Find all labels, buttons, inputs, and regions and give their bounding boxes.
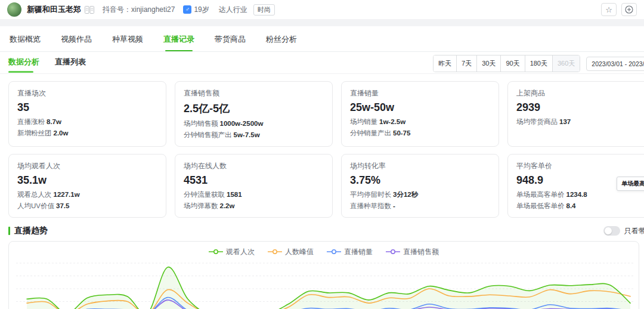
stat-title: 场均观看人次 [17,161,157,171]
tab-fans-analysis[interactable]: 粉丝分析 [265,26,298,51]
tab-promoted-products[interactable]: 带货商品 [213,26,247,51]
stat-subline-value: 1581 [227,191,242,198]
range-button-360d[interactable]: 360天 [553,55,580,72]
stat-subline-label: 场均销售额 [184,120,218,127]
legend-label: 人数峰值 [285,247,314,257]
industry-label: 达人行业 [219,5,247,15]
legend-marker-icon [327,249,341,255]
compare-add-button[interactable] [621,3,637,16]
stat-subline: 单场最低客单价8.4 [516,200,644,212]
range-button-7d[interactable]: 7天 [457,55,477,72]
stat-title: 上架商品 [516,88,644,98]
stat-subline-label: 场均弹幕数 [184,202,218,209]
creator-name: 新疆和田玉老郑 [27,4,81,15]
legend-marker-icon [268,249,282,255]
stat-subline-value: 1227.1w [54,191,80,198]
live-records-analytics-page: 新疆和田玉老郑 抖音号：xinjiangheti27 ♂ 19岁 达人行业 时尚… [0,0,644,309]
metric-tooltip: 单场最高客单价 [617,177,644,191]
tab-data-overview[interactable]: 数据概览 [8,26,42,51]
only-commerce-toggle[interactable] [603,226,620,236]
main-nav-tabs: 数据概览视频作品种草视频直播记录带货商品粉丝分析 [0,26,644,52]
stat-card-avg-conversion: 场均转化率3.75%平均停留时长3分12秒直播种草指数- [341,154,499,218]
male-icon: ♂ [183,5,191,14]
legend-label: 直播销售额 [403,247,439,257]
stat-subline: 场均销量1w-2.5w [350,116,490,128]
stat-subline-label: 新增粉丝团 [17,129,52,137]
stat-value: 35 [17,101,157,114]
stat-subline-label: 分钟销售额产出 [184,131,232,138]
header-divider-band [0,19,644,26]
tab-live-records[interactable]: 直播记录 [162,26,196,51]
age-badge: 19岁 [194,5,209,15]
stat-subline-value: 1w-2.5w [379,118,405,125]
tab-seeding-videos[interactable]: 种草视频 [111,26,144,51]
legend-item-live-sales[interactable]: 直播销量 [327,247,373,257]
stat-subline-label: 直播涨粉 [17,118,45,125]
section-accent-bar [8,227,10,235]
range-button-30d[interactable]: 30天 [477,55,501,72]
stat-subline-label: 人均UV价值 [17,202,54,209]
stat-subline: 直播涨粉8.7w [17,116,157,128]
stat-value: 4531 [184,174,324,187]
stat-subline: 场均销售额1000w-2500w [184,118,324,129]
stat-subline-value: 8.4 [566,202,576,209]
stat-title: 直播销量 [350,88,490,98]
stat-value: 25w-50w [350,101,490,114]
subtab-data-analysis[interactable]: 数据分析 [8,52,39,74]
stat-title: 平均客单价 [516,161,644,171]
stat-card-live-sales: 直播销量25w-50w场均销量1w-2.5w分钟销量产出50-75 [341,81,499,147]
stat-subline-label: 场均销量 [350,118,377,125]
stat-subline: 观看总人次1227.1w [17,189,157,200]
stat-title: 场均转化率 [350,161,490,171]
legend-item-live-gmv[interactable]: 直播销售额 [386,247,439,257]
trend-chart[interactable]: 03-0103-0203-0303-0403-0503-0603-0703-08… [9,258,639,309]
stat-subline-value: 8.7w [47,118,61,125]
trend-section-header: 直播趋势 只看带货直播 [8,225,636,236]
chart-legend: 观看人次 人数峰值 直播销量 直播销售额 [9,245,639,258]
legend-marker-icon [209,249,223,255]
stat-subline: 场均弹幕数2.2w [184,200,324,212]
subtab-live-list[interactable]: 直播列表 [55,52,86,74]
stat-subline-value: 1234.8 [566,191,587,198]
favorite-button[interactable]: ☆ [601,3,617,16]
stat-subline-label: 单场最高客单价 [516,191,565,198]
stat-card-avg-views: 场均观看人次35.1w观看总人次1227.1w人均UV价值37.5 [8,154,166,218]
stat-subline-value: 2.0w [54,129,69,137]
legend-item-views[interactable]: 观看人次 [209,247,255,257]
date-range-segment: 昨天7天30天90天180天360天 [433,55,580,72]
legend-item-peak-users[interactable]: 人数峰值 [268,247,314,257]
stat-subline-label: 平均停留时长 [350,191,391,198]
range-button-90d[interactable]: 90天 [501,55,525,72]
stat-title: 直播销售额 [184,88,324,98]
legend-marker-icon [386,249,400,255]
stat-card-listed-products: 上架商品2939场均带货商品137 [507,81,644,147]
stat-subline: 场均带货商品137 [516,116,644,128]
tab-video-works[interactable]: 视频作品 [60,26,93,51]
range-button-yesterday[interactable]: 昨天 [434,55,457,72]
douyin-id: 抖音号：xinjiangheti27 [103,5,175,15]
stat-subline-label: 观看总人次 [17,191,52,198]
date-range-value: 2023/03/01 - 2023/03/31 [592,60,644,67]
stat-subline: 直播种草指数- [350,200,490,212]
sub-tabs: 数据分析直播列表 [8,52,101,74]
stat-subline-label: 单场最低客单价 [516,202,565,209]
stat-value: 2939 [516,101,644,114]
stat-subline-label: 分钟销量产出 [350,129,391,137]
stat-subline: 分钟流量获取1581 [184,189,324,200]
stat-subline-value: 1000w-2500w [220,120,264,127]
stat-subline-label: 场均带货商品 [516,118,558,125]
stat-value: 3.75% [350,174,490,187]
stat-subline-value: - [393,202,395,209]
stat-subline-value: 3分12秒 [393,191,418,198]
stat-subline-value: 137 [559,118,571,125]
stat-cards-grid: 直播场次35直播涨粉8.7w新增粉丝团2.0w直播销售额2.5亿-5亿场均销售额… [0,74,644,218]
stat-subline: 分钟销量产出50-75 [350,128,490,139]
date-filters: 昨天7天30天90天180天360天 2023/03/01 - 2023/03/… [433,55,644,72]
stat-title: 直播场次 [17,88,157,98]
industry-tag: 时尚 [253,4,275,16]
stat-subline-value: 5w-7.5w [234,131,260,138]
range-button-180d[interactable]: 180天 [525,55,553,72]
stat-subline-value: 37.5 [56,202,69,209]
stat-subline: 平均停留时长3分12秒 [350,189,490,200]
date-range-picker[interactable]: 2023/03/01 - 2023/03/31 [586,57,644,71]
